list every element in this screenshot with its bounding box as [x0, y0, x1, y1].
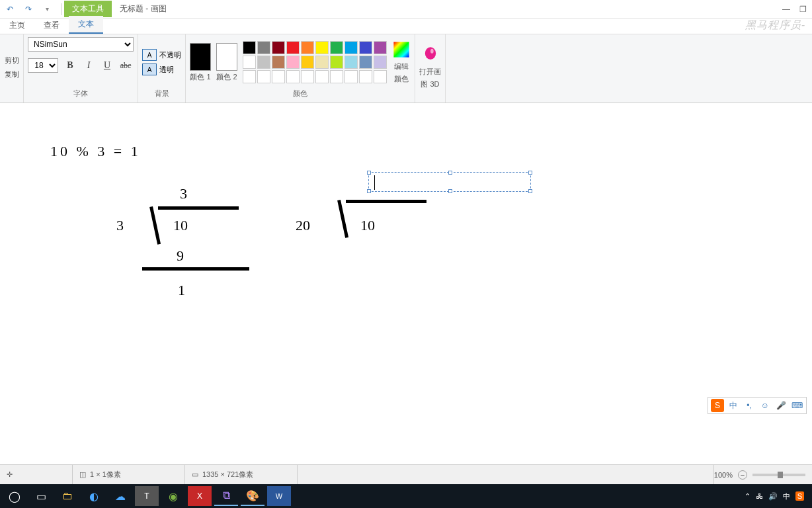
ime-logo-icon[interactable]: S	[711, 399, 724, 412]
ribbon: 剪切 复制 NSimSun 18 B I U abc 字体 A不透明 A透明 背…	[0, 34, 812, 103]
ime-bar[interactable]: S 中 •, ☺ 🎤 ⌨	[708, 397, 807, 414]
palette-swatch[interactable]	[257, 70, 270, 83]
task-view-icon[interactable]: ▭	[29, 486, 53, 506]
resize-handle-nw[interactable]	[367, 171, 371, 175]
transparent-button[interactable]: A透明	[142, 64, 181, 75]
start-button[interactable]: ◯	[3, 486, 26, 506]
palette-swatch[interactable]	[374, 70, 387, 83]
underline-button[interactable]: U	[101, 59, 114, 72]
paint3d-button[interactable]: 打开画 图 3D	[419, 46, 441, 89]
app-icon-5[interactable]: X	[188, 486, 212, 506]
group-clipboard: 剪切 复制	[0, 34, 24, 103]
palette-swatch[interactable]	[243, 41, 256, 54]
palette-swatch[interactable]	[374, 41, 387, 54]
colors-group-label: 颜色	[293, 87, 307, 100]
palette-swatch[interactable]	[330, 41, 343, 54]
tray-ime-icon[interactable]: 中	[783, 491, 790, 501]
palette-swatch[interactable]	[330, 56, 343, 69]
bold-button[interactable]: B	[63, 59, 77, 72]
opaque-button[interactable]: A不透明	[142, 49, 181, 61]
palette-swatch[interactable]	[374, 56, 387, 69]
zoom-slider[interactable]	[752, 474, 805, 476]
tab-text[interactable]: 文本	[69, 16, 103, 34]
palette-swatch[interactable]	[359, 70, 372, 83]
font-family-select[interactable]: NSimSun	[28, 37, 134, 52]
svg-point-1	[425, 47, 435, 60]
canvas[interactable]: 10 % 3 = 1 3 3 10 9 1 20 10	[0, 106, 812, 464]
font-size-select[interactable]: 18	[28, 58, 58, 73]
color2-button[interactable]: 颜色 2	[216, 43, 237, 82]
resize-handle-n[interactable]	[448, 171, 452, 175]
word-icon[interactable]: W	[267, 486, 291, 506]
palette-swatch[interactable]	[359, 41, 372, 54]
resize-handle-sw[interactable]	[367, 189, 371, 193]
crosshair-icon: ✛	[7, 470, 13, 479]
app-icon-2[interactable]: ☁	[108, 486, 132, 506]
palette-swatch[interactable]	[345, 70, 358, 83]
cut-button[interactable]: 剪切	[5, 56, 19, 65]
palette-swatch[interactable]	[257, 41, 270, 54]
palette-swatch[interactable]	[272, 41, 285, 54]
palette-swatch[interactable]	[272, 56, 285, 69]
palette-swatch[interactable]	[345, 56, 358, 69]
palette-swatch[interactable]	[286, 41, 300, 54]
palette-swatch[interactable]	[315, 56, 329, 69]
color-palette[interactable]	[243, 41, 387, 83]
palette-swatch[interactable]	[286, 56, 300, 69]
color2-swatch	[216, 43, 237, 71]
resize-handle-s[interactable]	[448, 189, 452, 193]
resize-handle-ne[interactable]	[528, 171, 532, 175]
ime-keyboard-icon[interactable]: ⌨	[790, 399, 803, 412]
palette-swatch[interactable]	[243, 70, 256, 83]
mspaint-icon[interactable]: 🎨	[241, 486, 264, 506]
palette-swatch[interactable]	[345, 41, 358, 54]
resize-handle-se[interactable]	[528, 189, 532, 193]
palette-swatch[interactable]	[257, 56, 270, 69]
quick-access-toolbar: ↶ ↷ ▾	[0, 2, 64, 17]
copy-button[interactable]: 复制	[5, 69, 19, 79]
tray-chevron-up-icon[interactable]: ⌃	[745, 492, 751, 501]
palette-swatch[interactable]	[286, 70, 300, 83]
visual-studio-icon[interactable]: ⧉	[214, 486, 238, 506]
palette-swatch[interactable]	[301, 41, 314, 54]
italic-button[interactable]: I	[82, 59, 95, 72]
maximize-button[interactable]: ❐	[799, 5, 807, 14]
edit-colors-button[interactable]: 编辑 颜色	[392, 40, 411, 84]
tray-sogou-icon[interactable]: S	[795, 491, 804, 501]
color1-swatch	[190, 43, 211, 71]
ime-mic-icon[interactable]: 🎤	[774, 399, 788, 412]
status-spacer	[298, 465, 714, 484]
tray-volume-icon[interactable]: 🔊	[768, 492, 778, 501]
ime-punct-icon[interactable]: •,	[743, 399, 756, 412]
zoom-thumb[interactable]	[778, 472, 783, 478]
text-cursor	[374, 175, 375, 190]
tab-view[interactable]: 查看	[34, 17, 69, 34]
palette-swatch[interactable]	[301, 56, 314, 69]
app-icon-1[interactable]: ◐	[82, 486, 106, 506]
palette-swatch[interactable]	[315, 41, 329, 54]
redo-icon[interactable]: ↷	[21, 2, 36, 17]
palette-swatch[interactable]	[243, 56, 256, 69]
palette-swatch[interactable]	[272, 70, 285, 83]
window-title: 无标题 - 画图	[120, 3, 167, 15]
div2-dividend: 10	[360, 217, 375, 234]
palette-swatch[interactable]	[330, 70, 343, 83]
text-selection-box[interactable]	[368, 172, 531, 192]
qat-dropdown-icon[interactable]: ▾	[40, 2, 54, 17]
tray-network-icon[interactable]: 🖧	[756, 492, 763, 500]
palette-swatch[interactable]	[315, 70, 329, 83]
minimize-button[interactable]: —	[782, 5, 790, 14]
color1-button[interactable]: 颜色 1	[190, 43, 211, 82]
file-explorer-icon[interactable]: 🗀	[56, 486, 79, 506]
div1-dividend: 10	[173, 217, 188, 234]
app-icon-4[interactable]: ◉	[161, 486, 185, 506]
undo-icon[interactable]: ↶	[3, 2, 17, 17]
zoom-out-button[interactable]: −	[738, 470, 747, 480]
ime-lang-button[interactable]: 中	[727, 399, 740, 412]
strikethrough-button[interactable]: abc	[119, 59, 132, 72]
ime-emoji-icon[interactable]: ☺	[758, 399, 772, 412]
palette-swatch[interactable]	[301, 70, 314, 83]
app-icon-3[interactable]: T	[135, 486, 159, 506]
tab-home[interactable]: 主页	[0, 17, 34, 34]
palette-swatch[interactable]	[359, 56, 372, 69]
